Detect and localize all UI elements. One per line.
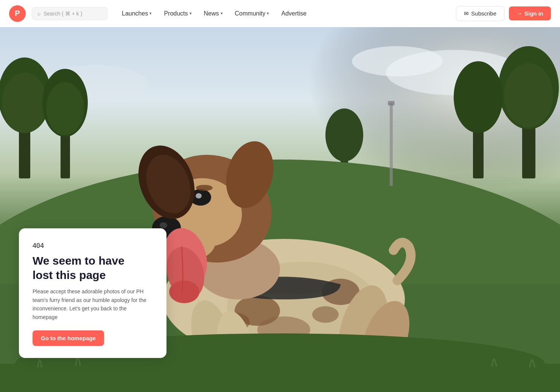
subscribe-button[interactable]: ✉ Subscribe (456, 6, 504, 21)
logo[interactable]: P (9, 5, 26, 22)
nav-community[interactable]: Community ▾ (230, 7, 275, 20)
svg-point-35 (160, 222, 167, 228)
svg-point-10 (46, 82, 84, 135)
nav-launches[interactable]: Launches ▾ (117, 7, 157, 20)
svg-point-15 (454, 61, 503, 133)
svg-rect-48 (0, 364, 560, 392)
subscribe-icon: ✉ (464, 10, 469, 17)
chevron-down-icon: ▾ (221, 11, 223, 16)
svg-rect-50 (388, 101, 395, 105)
search-icon: ⌕ (37, 11, 40, 17)
nav-links: Launches ▾ Products ▾ News ▾ Community ▾… (117, 7, 453, 20)
signin-icon: → (516, 10, 522, 17)
navbar: P ⌕ Search ( ⌘ + k ) Launches ▾ Products… (0, 0, 560, 27)
svg-point-13 (504, 63, 553, 127)
hero-section: 404 We seem to have lost this page Pleas… (0, 27, 560, 392)
svg-point-7 (2, 73, 47, 133)
svg-point-38 (169, 280, 199, 303)
svg-point-3 (352, 46, 443, 76)
error-card: 404 We seem to have lost this page Pleas… (19, 228, 166, 358)
search-input[interactable]: ⌕ Search ( ⌘ + k ) (32, 7, 107, 20)
svg-point-44 (196, 185, 213, 191)
nav-advertise[interactable]: Advertise (276, 7, 312, 20)
svg-point-40 (196, 193, 202, 198)
error-description: Please accept these adorable photos of o… (33, 287, 153, 321)
svg-point-17 (325, 108, 363, 161)
error-title: We seem to have lost this page (33, 254, 153, 282)
go-to-homepage-button[interactable]: Go to the homepage (33, 330, 104, 346)
chevron-down-icon: ▾ (149, 11, 152, 16)
svg-rect-49 (390, 103, 393, 186)
nav-news[interactable]: News ▾ (199, 7, 228, 20)
search-placeholder: Search ( ⌘ + k ) (44, 11, 82, 17)
chevron-down-icon: ▾ (267, 11, 269, 16)
nav-right: ✉ Subscribe → Sign in (456, 6, 551, 21)
signin-button[interactable]: → Sign in (509, 6, 551, 20)
logo-icon: P (9, 5, 26, 22)
nav-products[interactable]: Products ▾ (159, 7, 197, 20)
error-code: 404 (33, 242, 153, 250)
chevron-down-icon: ▾ (190, 11, 192, 16)
svg-point-27 (312, 306, 339, 323)
